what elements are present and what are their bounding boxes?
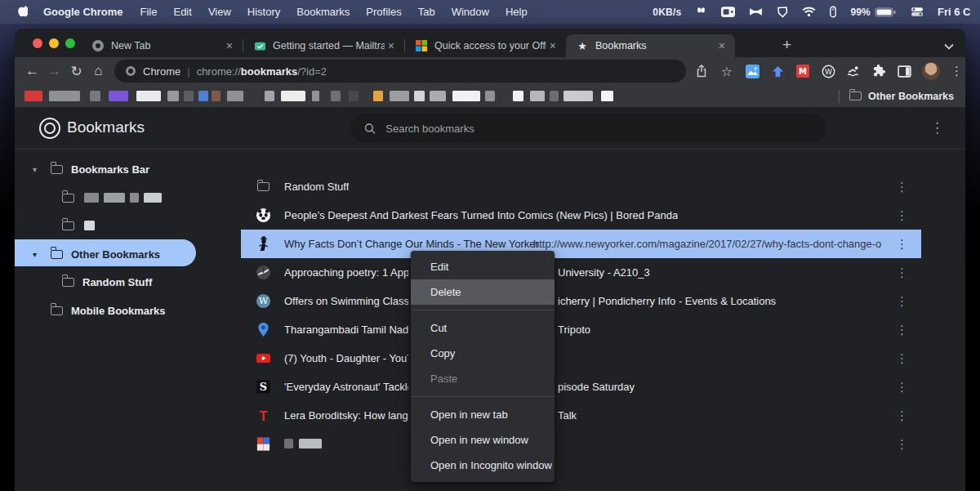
redacted-bookmark-item[interactable] <box>564 91 593 101</box>
redacted-bookmark-item[interactable] <box>136 91 161 101</box>
battery-indicator[interactable]: 99% <box>850 7 897 18</box>
redacted-bookmark-item[interactable] <box>550 91 559 101</box>
menu-item-cut[interactable]: Cut <box>411 315 555 341</box>
bookmark-row[interactable]: Why Facts Don’t Change Our Minds - The N… <box>241 230 921 258</box>
menu-item-copy[interactable]: Copy <box>411 341 555 366</box>
tab-close-icon[interactable]: × <box>715 39 728 52</box>
tab-search-chevron-icon[interactable] <box>944 38 954 53</box>
redacted-bookmark-item[interactable] <box>530 91 545 101</box>
chrome-menu-icon[interactable]: ⋮ <box>951 64 963 78</box>
redacted-bookmark-item[interactable] <box>373 91 383 101</box>
redacted-bookmark-item[interactable] <box>312 91 319 101</box>
menu-item-paste[interactable]: Paste <box>411 366 555 391</box>
redacted-bookmark-item[interactable] <box>167 91 179 101</box>
tab-close-icon[interactable]: × <box>223 39 236 52</box>
redacted-bookmark-item[interactable] <box>212 91 220 101</box>
expand-arrow-icon[interactable]: ▾ <box>33 250 37 259</box>
apple-menu-icon[interactable] <box>10 6 34 19</box>
extensions-puzzle-icon[interactable] <box>871 64 886 78</box>
bookmark-star-icon[interactable]: ☆ <box>719 64 734 78</box>
sidebar-item-redacted[interactable] <box>15 184 162 212</box>
sidebar-item-redacted[interactable] <box>15 212 95 239</box>
sidebar-item-bookmarks-bar[interactable]: ▾Bookmarks Bar <box>15 155 149 183</box>
tab-new-tab[interactable]: New Tab× <box>82 34 243 57</box>
bookmark-row[interactable]: S'Everyday Astronaut' Tacklespisode Satu… <box>241 373 921 401</box>
back-button[interactable]: ← <box>21 63 43 79</box>
bowtie-icon[interactable] <box>749 7 763 16</box>
side-panel-icon[interactable] <box>897 64 911 78</box>
menubar-item-edit[interactable]: Edit <box>165 6 199 18</box>
sidebar-item-other-bookmarks[interactable]: ▾Other Bookmarks <box>15 240 160 268</box>
redacted-bookmark-item[interactable] <box>184 91 194 101</box>
network-speed[interactable]: 0KB/s <box>653 7 681 18</box>
row-menu-icon[interactable]: ⋮ <box>896 287 908 315</box>
redacted-bookmark-item[interactable] <box>227 91 243 101</box>
redacted-bookmark-item[interactable] <box>601 91 613 101</box>
redacted-bookmark-item[interactable] <box>49 91 80 101</box>
row-menu-icon[interactable]: ⋮ <box>896 401 908 430</box>
redacted-bookmark-item[interactable] <box>414 91 425 101</box>
mailtrack-extension-icon[interactable]: M <box>795 64 810 78</box>
redacted-bookmark-item[interactable] <box>24 91 42 101</box>
bookmark-row[interactable]: (7) Youth - Daughter - YouTub⋮ <box>241 344 921 373</box>
tab-bookmarks[interactable]: ★Bookmarks× <box>566 34 735 57</box>
redacted-bookmark-item[interactable] <box>349 91 359 101</box>
wayback-extension-icon[interactable]: W <box>821 64 835 78</box>
row-menu-icon[interactable]: ⋮ <box>896 201 908 230</box>
redacted-bookmark-item[interactable] <box>109 91 128 101</box>
airpods-icon[interactable] <box>695 7 707 17</box>
new-tab-button[interactable]: + <box>782 37 791 52</box>
reload-button[interactable]: ↻ <box>65 63 87 80</box>
menu-item-open-in-new-tab[interactable]: Open in new tab <box>411 402 555 427</box>
widget-card-icon[interactable] <box>721 7 735 17</box>
tab-quick-access-to-your-office-fi[interactable]: Quick access to your Office fi× <box>405 34 566 57</box>
menubar-item-view[interactable]: View <box>200 6 239 18</box>
menubar-item-file[interactable]: File <box>132 6 166 18</box>
minimize-window-button[interactable] <box>49 38 59 48</box>
bookmark-row[interactable]: TLera Boroditsky: How languagTalk⋮ <box>241 401 921 430</box>
redacted-bookmark-item[interactable] <box>90 91 100 101</box>
forward-button[interactable]: → <box>43 63 65 79</box>
folder-row[interactable]: Random Stuff⋮ <box>241 172 921 201</box>
menubar-clock[interactable]: Fri 6 C <box>938 6 980 18</box>
redacted-bookmark-item[interactable] <box>390 91 409 101</box>
menubar-item-window[interactable]: Window <box>443 6 497 18</box>
menubar-item-bookmarks[interactable]: Bookmarks <box>288 6 358 18</box>
redacted-bookmark-item[interactable] <box>485 91 495 101</box>
redacted-bookmark-item[interactable] <box>265 91 274 101</box>
menubar-item-history[interactable]: History <box>239 6 288 18</box>
expand-arrow-icon[interactable]: ▾ <box>33 165 37 174</box>
menu-item-edit[interactable]: Edit <box>411 254 555 279</box>
control-center-icon[interactable] <box>911 7 924 17</box>
profile-avatar[interactable] <box>922 62 940 80</box>
bookmark-row[interactable]: Tharangambadi Tamil Nadu ItTripoto⋮ <box>241 315 921 344</box>
home-button[interactable]: ⌂ <box>87 63 109 79</box>
row-menu-icon[interactable]: ⋮ <box>896 315 908 344</box>
redacted-bookmark-item[interactable] <box>331 91 341 101</box>
tab-getting-started-mailtrack[interactable]: Getting started — Mailtrack× <box>243 34 404 57</box>
redacted-bookmark-item[interactable] <box>452 91 480 101</box>
search-input[interactable] <box>385 123 813 135</box>
sidebar-item-random-stuff[interactable]: Random Stuff <box>15 268 152 296</box>
zoom-window-button[interactable] <box>65 38 75 48</box>
menu-item-open-in-incognito-window[interactable]: Open in Incognito window <box>411 453 555 478</box>
row-menu-icon[interactable]: ⋮ <box>896 172 908 201</box>
other-bookmarks-button[interactable]: Other Bookmarks <box>839 90 965 103</box>
row-menu-icon[interactable]: ⋮ <box>896 230 908 258</box>
row-menu-icon[interactable]: ⋮ <box>896 373 908 401</box>
wifi-icon[interactable] <box>802 7 816 17</box>
row-menu-icon[interactable]: ⋮ <box>896 258 908 287</box>
share-icon[interactable] <box>694 64 709 78</box>
redacted-bookmark-item[interactable] <box>281 91 305 101</box>
search-field[interactable] <box>351 114 826 143</box>
sidebar-item-mobile-bookmarks[interactable]: Mobile Bookmarks <box>15 297 166 324</box>
menubar-item-tab[interactable]: Tab <box>410 6 443 18</box>
page-menu-icon[interactable]: ⋮ <box>930 119 944 136</box>
bookmark-row[interactable]: Approaching poetry: 1 ApproaUniversity -… <box>241 258 921 287</box>
menu-item-delete[interactable]: Delete <box>411 279 555 305</box>
row-menu-icon[interactable]: ⋮ <box>896 344 908 373</box>
bookmark-row[interactable]: ⋮ <box>241 430 921 458</box>
redacted-bookmark-item[interactable] <box>513 91 523 101</box>
row-menu-icon[interactable]: ⋮ <box>896 430 908 458</box>
screenshot-extension-icon[interactable] <box>745 64 760 78</box>
